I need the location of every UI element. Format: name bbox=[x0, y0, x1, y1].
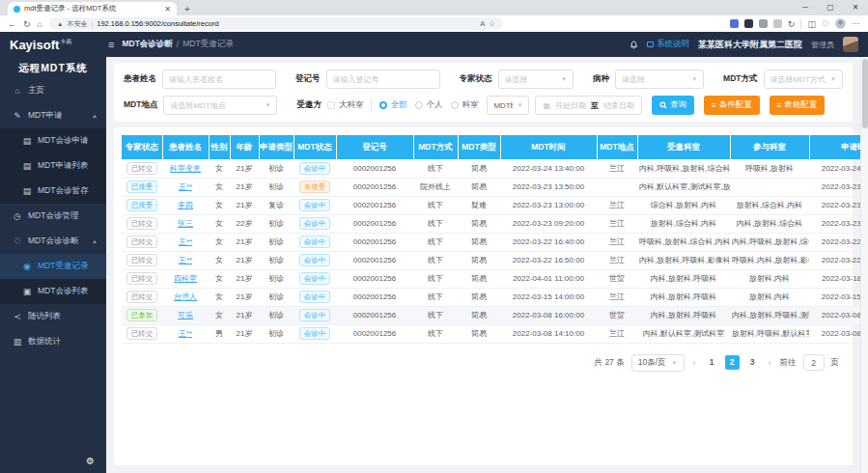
invited-party-radio-group: 全部个人科室 bbox=[379, 99, 487, 111]
patient-name-input[interactable] bbox=[162, 70, 276, 89]
table-cell: 简易 bbox=[458, 288, 500, 306]
time-type-select[interactable]: MDT时间▼ bbox=[487, 96, 529, 115]
patient-name-link[interactable]: 王** bbox=[179, 182, 192, 191]
extension-icon-4[interactable] bbox=[773, 19, 782, 28]
address-bar[interactable]: ▲ 不安全 | 192.168.0.156:9002/consultate/re… bbox=[49, 17, 503, 30]
search-button[interactable]: 查询 bbox=[652, 96, 694, 115]
sync-icon[interactable]: ↻ bbox=[788, 19, 796, 29]
table-cell: 呼吸科,放射科,综合科,内科 bbox=[637, 233, 730, 251]
table-cell: 内科,放射科,综合科 bbox=[730, 214, 809, 233]
table-config-button[interactable]: ≡ 表格配置 bbox=[770, 96, 826, 115]
sidebar-item-MDT会诊列表[interactable]: ▣MDT会诊列表 bbox=[0, 279, 106, 304]
url-text[interactable]: 192.168.0.156:9002/consultate/record bbox=[97, 19, 476, 28]
patient-name-link[interactable]: 科室变更 bbox=[170, 164, 201, 173]
sidebar-item-主页[interactable]: ⌂主页 bbox=[0, 78, 106, 103]
browser-profile-avatar[interactable] bbox=[835, 18, 846, 29]
table-cell: 内科,默认科室,测试科室,放射科 bbox=[637, 178, 730, 196]
patient-name-link[interactable]: 王** bbox=[179, 237, 192, 246]
page-number-2[interactable]: 2 bbox=[725, 355, 740, 370]
home-icon[interactable]: ⌂ bbox=[38, 19, 42, 29]
browser-essentials-icon[interactable]: ♡ bbox=[822, 19, 829, 29]
condition-config-button[interactable]: ≡ 条件配置 bbox=[704, 96, 760, 115]
back-icon[interactable]: ← bbox=[8, 19, 16, 29]
tab-close-icon[interactable]: ✕ bbox=[164, 5, 171, 14]
page-size-select[interactable]: 10条/页▼ bbox=[631, 354, 685, 372]
radio-全部[interactable]: 全部 bbox=[379, 99, 406, 111]
goto-page-input[interactable] bbox=[803, 354, 825, 371]
disease-select[interactable]: 请选择▼ bbox=[615, 70, 704, 89]
scrollbar-thumb[interactable] bbox=[862, 59, 868, 128]
table-cell: 简易 bbox=[458, 159, 500, 178]
browser-tab[interactable]: mdt受邀记录 - 远程MDT系统 ✕ bbox=[8, 2, 177, 15]
table-cell: 0002001256 bbox=[336, 306, 413, 324]
extension-icon-2[interactable] bbox=[744, 19, 753, 28]
extension-icon-1[interactable] bbox=[730, 19, 739, 28]
table-cell: 女 bbox=[209, 251, 230, 269]
radio-个人[interactable]: 个人 bbox=[415, 99, 442, 111]
sidebar-item-MDT会诊管理[interactable]: ◷MDT会诊管理 bbox=[0, 204, 106, 229]
mdt-mode-select[interactable]: 请选择MDT方式▼ bbox=[764, 70, 844, 89]
date-range-picker[interactable]: ▦ 开始日期 至 结束日期 bbox=[535, 96, 642, 115]
window-close-button[interactable]: ✕ bbox=[843, 0, 868, 15]
split-screen-icon[interactable]: ◫ bbox=[807, 19, 816, 29]
register-no-input[interactable] bbox=[326, 70, 440, 89]
prev-page-button[interactable]: ‹ bbox=[691, 358, 698, 368]
table-cell: 可乐 bbox=[162, 306, 209, 324]
notification-bell-icon[interactable] bbox=[630, 41, 638, 49]
window-maximize-button[interactable]: ▢ bbox=[818, 0, 843, 15]
page-number-3[interactable]: 3 bbox=[745, 355, 760, 370]
sidebar-item-MDT会诊申请[interactable]: ▤MDT会诊申请 bbox=[0, 128, 106, 153]
end-date-placeholder[interactable]: 结束日期 bbox=[603, 100, 634, 111]
mdt-location-select[interactable]: 请选择MDT地点▼ bbox=[163, 96, 277, 115]
column-header-性别: 性别 bbox=[209, 135, 230, 159]
table-cell: 放射科,呼吸科,默认科室,测... bbox=[730, 324, 809, 343]
user-avatar[interactable] bbox=[843, 37, 858, 52]
sidebar-item-MDT受邀记录[interactable]: ◉MDT受邀记录 bbox=[0, 254, 106, 279]
patient-name-link[interactable]: 张三 bbox=[178, 219, 193, 228]
sidebar-item-随访列表[interactable]: ≺随访列表 bbox=[0, 304, 106, 329]
start-date-placeholder[interactable]: 开始日期 bbox=[555, 100, 586, 111]
table-cell: 王** bbox=[162, 324, 209, 343]
table-cell bbox=[597, 178, 637, 196]
total-count: 共 27 条 bbox=[595, 357, 625, 369]
table-cell: 初诊 bbox=[259, 251, 294, 269]
radio-科室[interactable]: 科室 bbox=[451, 99, 478, 111]
page-number-1[interactable]: 1 bbox=[705, 355, 719, 370]
column-header-患者姓名: 患者姓名 bbox=[162, 135, 209, 159]
table-cell: 已转交 bbox=[122, 288, 162, 306]
refresh-icon[interactable]: ↻ bbox=[23, 19, 31, 29]
system-help-link[interactable]: 系统说明 bbox=[647, 39, 689, 50]
sidebar-item-MDT会诊暂存[interactable]: ▤MDT会诊暂存 bbox=[0, 179, 106, 204]
extension-icon-3[interactable] bbox=[759, 19, 768, 28]
settings-more-icon[interactable]: ⋯ bbox=[852, 19, 860, 28]
page-scrollbar[interactable] bbox=[860, 57, 868, 473]
tab-favicon-icon bbox=[14, 6, 20, 13]
table-cell: 简易 bbox=[458, 251, 500, 269]
patient-name-link[interactable]: 台湾人 bbox=[174, 292, 197, 301]
sidebar-item-MDT申请列表[interactable]: ▤MDT申请列表 bbox=[0, 153, 106, 179]
favorite-star-icon[interactable]: ☆ bbox=[489, 19, 495, 28]
table-cell: 院外线上 bbox=[413, 178, 458, 196]
patient-name-link[interactable]: 王** bbox=[179, 329, 192, 338]
settings-gear-icon[interactable]: ⚙ bbox=[86, 456, 95, 466]
status-badge: 已转交 bbox=[126, 254, 158, 266]
window-minimize-button[interactable]: ─ bbox=[793, 0, 818, 15]
patient-name-link[interactable]: 李四 bbox=[178, 201, 193, 209]
patient-name-link[interactable]: 可乐 bbox=[178, 311, 193, 320]
patient-name-link[interactable]: 四科室 bbox=[174, 274, 197, 283]
table-cell: 初诊 bbox=[259, 306, 294, 324]
collapse-menu-icon[interactable]: ≡ bbox=[108, 39, 114, 50]
big-dept-checkbox[interactable] bbox=[327, 101, 335, 109]
sidebar-item-数据统计[interactable]: ▥数据统计 bbox=[0, 329, 106, 354]
read-aloud-icon[interactable]: A bbox=[480, 19, 485, 28]
table-cell: 科室变更 bbox=[162, 159, 209, 178]
patient-name-link[interactable]: 王** bbox=[179, 256, 192, 264]
table-cell: 初诊 bbox=[259, 324, 294, 343]
table-cell: 2022-03-15 14:00:00 bbox=[500, 288, 597, 306]
table-cell: 兰江 bbox=[597, 251, 637, 269]
next-page-button[interactable]: › bbox=[767, 358, 773, 368]
sidebar-item-MDT申请[interactable]: ✎MDT申请▲ bbox=[0, 103, 106, 128]
expert-status-select[interactable]: 请选择▼ bbox=[498, 70, 574, 89]
sidebar-item-MDT会诊诊断[interactable]: ♡MDT会诊诊断▲ bbox=[0, 229, 106, 254]
new-tab-button[interactable]: + bbox=[184, 4, 190, 14]
